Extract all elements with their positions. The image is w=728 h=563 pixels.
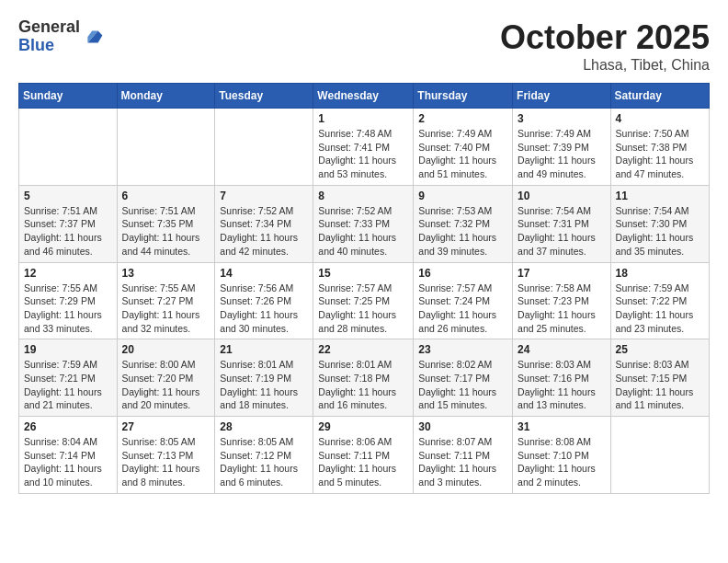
calendar-week-row: 19Sunrise: 7:59 AM Sunset: 7:21 PM Dayli…	[19, 339, 710, 417]
day-number: 2	[418, 112, 507, 125]
calendar-cell: 14Sunrise: 7:56 AM Sunset: 7:26 PM Dayli…	[215, 262, 313, 339]
day-number: 19	[24, 343, 112, 356]
calendar-cell	[117, 109, 215, 186]
day-info: Sunrise: 7:48 AM Sunset: 7:41 PM Dayligh…	[318, 127, 408, 181]
day-info: Sunrise: 8:03 AM Sunset: 7:15 PM Dayligh…	[616, 358, 704, 412]
day-info: Sunrise: 7:49 AM Sunset: 7:40 PM Dayligh…	[418, 127, 507, 181]
logo-icon	[82, 28, 104, 46]
calendar-cell: 29Sunrise: 8:06 AM Sunset: 7:11 PM Dayli…	[313, 417, 414, 494]
calendar-cell	[215, 109, 313, 186]
weekday-header: Thursday	[414, 84, 513, 109]
day-info: Sunrise: 8:06 AM Sunset: 7:11 PM Dayligh…	[318, 435, 408, 489]
day-info: Sunrise: 7:55 AM Sunset: 7:29 PM Dayligh…	[24, 282, 112, 336]
calendar-cell: 23Sunrise: 8:02 AM Sunset: 7:17 PM Dayli…	[414, 339, 513, 417]
weekday-header: Tuesday	[215, 84, 313, 109]
calendar-cell: 8Sunrise: 7:52 AM Sunset: 7:33 PM Daylig…	[313, 185, 414, 262]
day-info: Sunrise: 8:05 AM Sunset: 7:13 PM Dayligh…	[122, 435, 210, 489]
day-number: 3	[518, 112, 606, 125]
day-number: 4	[616, 112, 704, 125]
day-info: Sunrise: 8:04 AM Sunset: 7:14 PM Dayligh…	[24, 435, 112, 489]
day-number: 30	[418, 420, 507, 433]
calendar-cell: 27Sunrise: 8:05 AM Sunset: 7:13 PM Dayli…	[117, 417, 215, 494]
day-number: 6	[122, 190, 210, 202]
calendar-cell: 11Sunrise: 7:54 AM Sunset: 7:30 PM Dayli…	[610, 185, 709, 262]
day-number: 7	[220, 190, 308, 202]
day-number: 22	[318, 343, 408, 356]
weekday-header-row: SundayMondayTuesdayWednesdayThursdayFrid…	[19, 84, 710, 109]
calendar-cell: 10Sunrise: 7:54 AM Sunset: 7:31 PM Dayli…	[513, 185, 611, 262]
day-number: 18	[616, 267, 704, 280]
day-number: 28	[220, 420, 308, 433]
day-info: Sunrise: 8:00 AM Sunset: 7:20 PM Dayligh…	[122, 358, 210, 412]
day-info: Sunrise: 7:56 AM Sunset: 7:26 PM Dayligh…	[220, 282, 308, 336]
calendar-cell	[610, 417, 709, 494]
weekday-header: Monday	[117, 84, 215, 109]
day-info: Sunrise: 7:57 AM Sunset: 7:25 PM Dayligh…	[318, 282, 408, 336]
calendar-cell: 1Sunrise: 7:48 AM Sunset: 7:41 PM Daylig…	[313, 109, 414, 186]
calendar-cell: 18Sunrise: 7:59 AM Sunset: 7:22 PM Dayli…	[610, 262, 709, 339]
day-number: 16	[418, 267, 507, 280]
location: Lhasa, Tibet, China	[500, 57, 710, 74]
day-number: 12	[24, 267, 112, 280]
day-info: Sunrise: 8:02 AM Sunset: 7:17 PM Dayligh…	[418, 358, 507, 412]
day-info: Sunrise: 8:01 AM Sunset: 7:19 PM Dayligh…	[220, 358, 308, 412]
calendar-cell: 31Sunrise: 8:08 AM Sunset: 7:10 PM Dayli…	[513, 417, 611, 494]
day-number: 15	[318, 267, 408, 280]
day-info: Sunrise: 7:58 AM Sunset: 7:23 PM Dayligh…	[518, 282, 606, 336]
day-number: 17	[518, 267, 606, 280]
calendar-cell: 12Sunrise: 7:55 AM Sunset: 7:29 PM Dayli…	[19, 262, 118, 339]
day-number: 29	[318, 420, 408, 433]
day-number: 23	[418, 343, 507, 356]
calendar-week-row: 12Sunrise: 7:55 AM Sunset: 7:29 PM Dayli…	[19, 262, 710, 339]
calendar-week-row: 5Sunrise: 7:51 AM Sunset: 7:37 PM Daylig…	[19, 185, 710, 262]
calendar-cell: 3Sunrise: 7:49 AM Sunset: 7:39 PM Daylig…	[513, 109, 611, 186]
calendar-cell: 7Sunrise: 7:52 AM Sunset: 7:34 PM Daylig…	[215, 185, 313, 262]
calendar-table: SundayMondayTuesdayWednesdayThursdayFrid…	[18, 83, 710, 494]
day-number: 27	[122, 420, 210, 433]
day-info: Sunrise: 8:01 AM Sunset: 7:18 PM Dayligh…	[318, 358, 408, 412]
title-section: October 2025 Lhasa, Tibet, China	[500, 18, 710, 74]
day-info: Sunrise: 7:54 AM Sunset: 7:31 PM Dayligh…	[518, 204, 606, 259]
day-info: Sunrise: 7:52 AM Sunset: 7:34 PM Dayligh…	[220, 204, 308, 259]
day-number: 24	[518, 343, 606, 356]
calendar-cell: 9Sunrise: 7:53 AM Sunset: 7:32 PM Daylig…	[414, 185, 513, 262]
calendar-cell	[19, 109, 118, 186]
calendar-week-row: 1Sunrise: 7:48 AM Sunset: 7:41 PM Daylig…	[19, 109, 710, 186]
day-number: 26	[24, 420, 112, 433]
calendar-cell: 19Sunrise: 7:59 AM Sunset: 7:21 PM Dayli…	[19, 339, 118, 417]
calendar-cell: 17Sunrise: 7:58 AM Sunset: 7:23 PM Dayli…	[513, 262, 611, 339]
weekday-header: Wednesday	[313, 84, 414, 109]
day-number: 21	[220, 343, 308, 356]
calendar-cell: 28Sunrise: 8:05 AM Sunset: 7:12 PM Dayli…	[215, 417, 313, 494]
logo: General Blue	[18, 18, 104, 55]
calendar-week-row: 26Sunrise: 8:04 AM Sunset: 7:14 PM Dayli…	[19, 417, 710, 494]
weekday-header: Sunday	[19, 84, 118, 109]
day-info: Sunrise: 8:07 AM Sunset: 7:11 PM Dayligh…	[418, 435, 507, 489]
calendar-cell: 22Sunrise: 8:01 AM Sunset: 7:18 PM Dayli…	[313, 339, 414, 417]
logo-blue: Blue	[18, 37, 80, 55]
calendar-cell: 24Sunrise: 8:03 AM Sunset: 7:16 PM Dayli…	[513, 339, 611, 417]
day-info: Sunrise: 7:59 AM Sunset: 7:22 PM Dayligh…	[616, 282, 704, 336]
calendar-cell: 4Sunrise: 7:50 AM Sunset: 7:38 PM Daylig…	[610, 109, 709, 186]
day-number: 20	[122, 343, 210, 356]
page-header: General Blue October 2025 Lhasa, Tibet, …	[18, 18, 710, 74]
day-info: Sunrise: 8:08 AM Sunset: 7:10 PM Dayligh…	[518, 435, 606, 489]
calendar-cell: 26Sunrise: 8:04 AM Sunset: 7:14 PM Dayli…	[19, 417, 118, 494]
day-number: 13	[122, 267, 210, 280]
calendar-cell: 25Sunrise: 8:03 AM Sunset: 7:15 PM Dayli…	[610, 339, 709, 417]
weekday-header: Saturday	[610, 84, 709, 109]
day-info: Sunrise: 7:50 AM Sunset: 7:38 PM Dayligh…	[616, 127, 704, 181]
calendar-cell: 16Sunrise: 7:57 AM Sunset: 7:24 PM Dayli…	[414, 262, 513, 339]
day-number: 5	[24, 190, 112, 202]
day-info: Sunrise: 7:52 AM Sunset: 7:33 PM Dayligh…	[318, 204, 408, 259]
day-number: 14	[220, 267, 308, 280]
day-info: Sunrise: 7:51 AM Sunset: 7:37 PM Dayligh…	[24, 204, 112, 259]
calendar-cell: 30Sunrise: 8:07 AM Sunset: 7:11 PM Dayli…	[414, 417, 513, 494]
calendar-cell: 21Sunrise: 8:01 AM Sunset: 7:19 PM Dayli…	[215, 339, 313, 417]
calendar-cell: 6Sunrise: 7:51 AM Sunset: 7:35 PM Daylig…	[117, 185, 215, 262]
calendar-cell: 5Sunrise: 7:51 AM Sunset: 7:37 PM Daylig…	[19, 185, 118, 262]
day-number: 8	[318, 190, 408, 202]
day-info: Sunrise: 7:57 AM Sunset: 7:24 PM Dayligh…	[418, 282, 507, 336]
day-info: Sunrise: 7:59 AM Sunset: 7:21 PM Dayligh…	[24, 358, 112, 412]
weekday-header: Friday	[513, 84, 611, 109]
